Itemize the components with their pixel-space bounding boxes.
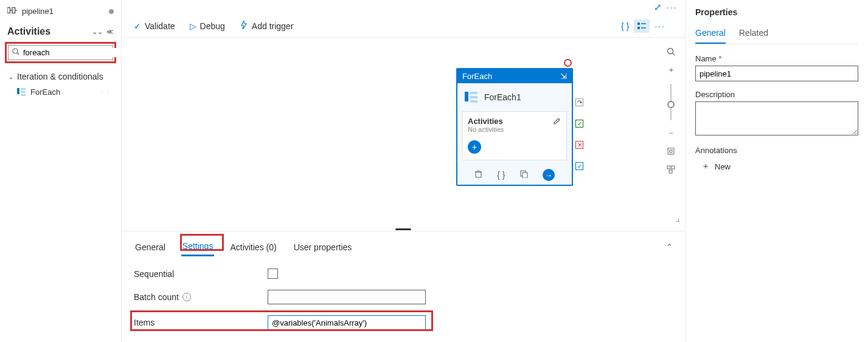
edit-icon[interactable] bbox=[553, 117, 561, 127]
sequential-checkbox[interactable] bbox=[268, 268, 278, 279]
resize-handle[interactable]: ⌟ bbox=[676, 213, 680, 223]
activity-group-iteration[interactable]: ⌄ Iteration & conditionals bbox=[5, 69, 116, 84]
annotations-label: Annotations bbox=[695, 146, 858, 155]
activity-item-foreach[interactable]: ForEach ⋮⋮ bbox=[5, 84, 116, 100]
handle-failure[interactable]: ✕ bbox=[575, 141, 583, 149]
items-label: Items bbox=[134, 318, 268, 327]
expand-icon[interactable]: ⤢ bbox=[654, 2, 667, 13]
pipeline-canvas[interactable]: ForEach ⇲ ForEach1 Activities No activit… bbox=[122, 38, 685, 228]
svg-point-4 bbox=[13, 49, 18, 53]
add-trigger-label: Add trigger bbox=[252, 21, 293, 31]
foreach-icon bbox=[17, 88, 26, 97]
activities-search-highlight bbox=[5, 42, 116, 63]
tab-general[interactable]: General bbox=[134, 239, 167, 256]
zoom-slider[interactable] bbox=[670, 84, 672, 120]
layout-icon[interactable] bbox=[664, 163, 678, 176]
add-activity-button[interactable]: + bbox=[468, 140, 481, 154]
unsaved-indicator bbox=[109, 9, 114, 14]
delete-icon[interactable] bbox=[474, 170, 482, 180]
handle-completion[interactable]: ✓ bbox=[575, 162, 583, 170]
svg-rect-14 bbox=[465, 92, 468, 101]
drag-handle-icon[interactable]: ⋮⋮ bbox=[99, 89, 111, 95]
description-input[interactable] bbox=[695, 101, 858, 135]
sequential-label: Sequential bbox=[134, 269, 268, 279]
validate-button[interactable]: ✓ Validate bbox=[134, 21, 175, 31]
svg-rect-29 bbox=[669, 170, 672, 173]
prop-tab-related[interactable]: Related bbox=[739, 26, 768, 44]
handle-success[interactable]: ✓ bbox=[575, 120, 583, 128]
copy-icon[interactable] bbox=[520, 170, 528, 180]
pipeline-name-input[interactable] bbox=[695, 66, 858, 81]
info-icon[interactable]: i bbox=[182, 293, 191, 301]
add-trigger-button[interactable]: Add trigger bbox=[240, 21, 293, 31]
svg-rect-22 bbox=[523, 173, 527, 178]
svg-rect-8 bbox=[21, 91, 26, 93]
svg-rect-26 bbox=[670, 150, 672, 152]
zoom-in-icon[interactable]: ＋ bbox=[664, 63, 678, 77]
svg-rect-15 bbox=[470, 92, 477, 94]
prop-tab-general[interactable]: General bbox=[695, 26, 726, 44]
run-icon[interactable]: → bbox=[543, 169, 555, 181]
batch-count-label: Batch count bbox=[134, 292, 179, 302]
collapse-panel-icon[interactable]: ≪ bbox=[106, 28, 114, 36]
description-label: Description bbox=[695, 90, 858, 99]
svg-line-24 bbox=[673, 53, 675, 56]
activities-title: Activities bbox=[7, 26, 50, 37]
node-type-label: ForEach bbox=[462, 72, 492, 81]
debug-label: Debug bbox=[200, 21, 225, 31]
activities-search-input[interactable] bbox=[23, 48, 125, 57]
add-annotation-button[interactable]: ＋ New bbox=[695, 161, 858, 172]
zoom-out-icon[interactable]: － bbox=[664, 126, 678, 140]
handle-skip[interactable]: ↷ bbox=[575, 98, 583, 106]
validate-label: Validate bbox=[145, 21, 175, 31]
more-menu[interactable]: ··· bbox=[667, 2, 685, 12]
code-view-button[interactable]: { } bbox=[621, 21, 629, 31]
plus-icon: ＋ bbox=[701, 161, 710, 172]
svg-rect-7 bbox=[21, 88, 26, 90]
bolt-icon bbox=[240, 21, 248, 31]
batch-count-input[interactable] bbox=[268, 290, 426, 304]
tab-user-properties[interactable]: User properties bbox=[293, 239, 353, 256]
node-expand-icon[interactable]: ⇲ bbox=[560, 72, 567, 81]
svg-rect-6 bbox=[17, 88, 19, 94]
svg-rect-27 bbox=[667, 166, 670, 169]
node-section-sub: No activities bbox=[468, 126, 504, 133]
required-indicator: * bbox=[718, 54, 721, 63]
new-label: New bbox=[715, 162, 731, 171]
canvas-search-icon[interactable] bbox=[664, 45, 678, 58]
svg-rect-9 bbox=[21, 94, 26, 96]
toolbar-more-menu[interactable]: ··· bbox=[654, 21, 673, 31]
tab-settings[interactable]: Settings bbox=[181, 238, 215, 256]
fit-icon[interactable] bbox=[664, 145, 678, 158]
svg-line-5 bbox=[17, 53, 19, 55]
svg-rect-11 bbox=[637, 27, 640, 29]
foreach-node[interactable]: ForEach ⇲ ForEach1 Activities No activit… bbox=[456, 68, 573, 186]
node-name: ForEach1 bbox=[484, 92, 521, 102]
svg-rect-16 bbox=[470, 96, 477, 98]
svg-rect-17 bbox=[470, 100, 477, 103]
svg-rect-28 bbox=[672, 166, 675, 169]
svg-rect-25 bbox=[668, 148, 674, 154]
activity-item-label: ForEach bbox=[30, 87, 60, 97]
chevron-down-icon: ⌄ bbox=[9, 74, 13, 80]
items-input[interactable] bbox=[268, 315, 426, 330]
debug-button[interactable]: ▷ Debug bbox=[190, 21, 225, 31]
pipeline-view-button[interactable] bbox=[634, 19, 650, 33]
pipeline-icon bbox=[7, 6, 18, 16]
pipeline-name: pipeline1 bbox=[22, 7, 54, 16]
svg-rect-18 bbox=[476, 172, 481, 177]
play-icon: ▷ bbox=[190, 21, 196, 31]
search-icon bbox=[12, 48, 19, 57]
tab-activities[interactable]: Activities (0) bbox=[229, 239, 277, 256]
collapse-all-icon[interactable]: ⌄⌄ bbox=[92, 28, 103, 36]
svg-rect-0 bbox=[7, 8, 10, 13]
code-icon[interactable]: { } bbox=[497, 170, 505, 180]
status-ring bbox=[564, 59, 572, 67]
check-icon: ✓ bbox=[134, 21, 141, 31]
node-section-label: Activities bbox=[468, 117, 504, 126]
group-label: Iteration & conditionals bbox=[17, 72, 103, 81]
name-label: Name bbox=[695, 54, 717, 63]
collapse-panel-icon[interactable]: ⌃ bbox=[666, 242, 673, 251]
foreach-icon bbox=[465, 91, 478, 104]
svg-rect-10 bbox=[637, 22, 640, 25]
